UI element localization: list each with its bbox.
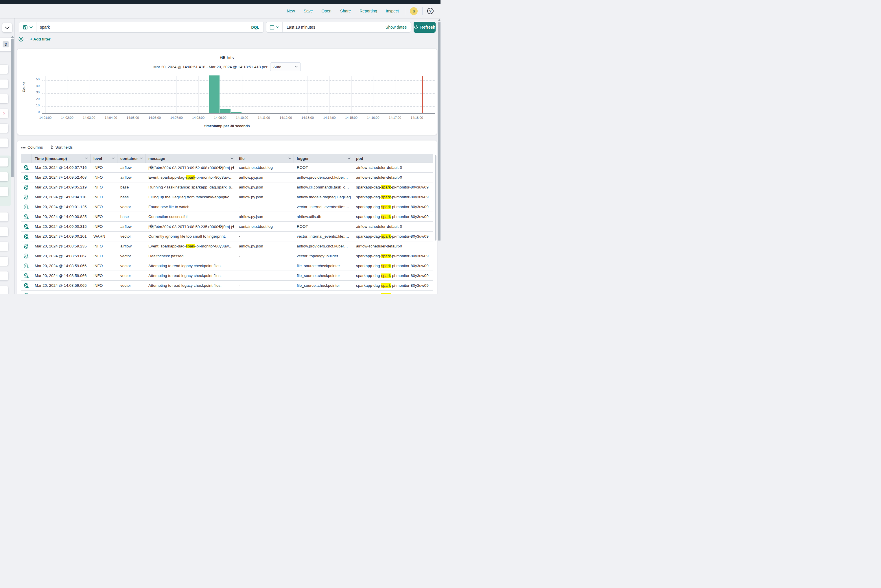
inspect-document-icon[interactable] bbox=[24, 204, 29, 210]
cell-level: WARN bbox=[90, 231, 117, 241]
column-header-label: message bbox=[148, 156, 165, 161]
cell-expand[interactable] bbox=[21, 182, 32, 192]
field-button[interactable] bbox=[0, 158, 8, 166]
cell-time: Mar 20, 2024 @ 14:09:52.408 bbox=[32, 172, 90, 182]
inspect-document-icon[interactable] bbox=[24, 283, 29, 288]
cell-level: INFO bbox=[90, 261, 117, 271]
histogram-bar[interactable] bbox=[209, 75, 219, 113]
chevron-down-icon[interactable] bbox=[112, 158, 115, 159]
cell-pod: sparkapp-dag-spark-pi-monitor-80y3uw09 bbox=[353, 281, 433, 290]
column-header-pod[interactable]: pod bbox=[353, 154, 433, 163]
cell-expand[interactable] bbox=[21, 222, 32, 231]
top-dark-bar bbox=[0, 0, 440, 4]
histogram-bar[interactable] bbox=[231, 112, 242, 113]
column-header-file[interactable]: file bbox=[236, 154, 294, 163]
cell-expand[interactable] bbox=[21, 202, 32, 212]
cell-expand[interactable] bbox=[21, 242, 32, 251]
field-button[interactable] bbox=[0, 242, 8, 251]
nav-item-share[interactable]: Share bbox=[340, 9, 351, 13]
cell-expand[interactable] bbox=[21, 212, 32, 222]
sidebar-scroll-up-arrow[interactable] bbox=[11, 36, 14, 38]
cell-pod: sparkapp-dag-spark-pi-monitor-80y3uw09 bbox=[353, 202, 433, 212]
cell-expand[interactable] bbox=[21, 163, 32, 172]
nav-item-open[interactable]: Open bbox=[322, 9, 331, 13]
query-language-button[interactable]: DQL bbox=[247, 22, 263, 32]
time-range-value[interactable]: Last 18 minutes bbox=[283, 25, 386, 30]
chevron-down-icon[interactable] bbox=[348, 158, 350, 159]
x-gridline bbox=[133, 76, 133, 113]
field-button[interactable] bbox=[0, 172, 8, 181]
cell-expand[interactable] bbox=[21, 271, 32, 280]
histogram-bar[interactable] bbox=[220, 109, 230, 113]
field-button[interactable] bbox=[0, 80, 8, 88]
inspect-document-icon[interactable] bbox=[24, 214, 29, 219]
nav-item-save[interactable]: Save bbox=[304, 9, 313, 13]
filter-icon[interactable] bbox=[18, 37, 23, 42]
sidebar-collapse-button[interactable] bbox=[2, 23, 12, 32]
column-header-time[interactable]: Time (timestamp) bbox=[32, 154, 90, 163]
close-icon[interactable]: ✕ bbox=[3, 111, 6, 116]
divider bbox=[422, 7, 422, 15]
page-scroll-up-arrow[interactable] bbox=[438, 19, 440, 21]
inspect-document-icon[interactable] bbox=[24, 254, 29, 259]
help-icon[interactable]: ? bbox=[427, 8, 433, 14]
inspect-document-icon[interactable] bbox=[24, 185, 29, 190]
nav-item-new[interactable]: New bbox=[287, 9, 295, 13]
field-button[interactable] bbox=[0, 286, 8, 294]
show-dates-button[interactable]: Show dates bbox=[386, 25, 411, 30]
column-header-message[interactable]: message bbox=[146, 154, 236, 163]
table-scrollbar[interactable] bbox=[435, 155, 436, 240]
inspect-document-icon[interactable] bbox=[24, 234, 29, 239]
cell-expand[interactable] bbox=[21, 261, 32, 271]
field-button[interactable] bbox=[0, 272, 8, 280]
columns-button[interactable]: Columns bbox=[21, 145, 43, 150]
field-button[interactable] bbox=[0, 227, 8, 236]
chevron-down-icon[interactable] bbox=[85, 158, 88, 159]
saved-query-menu[interactable] bbox=[19, 22, 36, 32]
sidebar-scrollbar[interactable] bbox=[11, 39, 14, 177]
avatar[interactable]: a bbox=[410, 7, 418, 15]
cell-expand[interactable] bbox=[21, 172, 32, 182]
cell-message: Event: sparkapp-dag-spark-pi-monitor-80y… bbox=[146, 172, 236, 182]
refresh-button[interactable]: Refresh bbox=[413, 22, 436, 33]
chevron-down-icon[interactable] bbox=[230, 158, 233, 159]
cell-logger: ROOT bbox=[294, 163, 353, 172]
inspect-document-icon[interactable] bbox=[24, 263, 29, 268]
chevron-down-icon[interactable] bbox=[289, 158, 291, 159]
cell-pod: sparkapp-dag-spark-pi-monitor-80y3uw09 bbox=[353, 212, 433, 222]
column-header-level[interactable]: level bbox=[90, 154, 117, 163]
field-button[interactable]: ✕ bbox=[0, 109, 8, 118]
inspect-document-icon[interactable] bbox=[24, 165, 29, 170]
inspect-document-icon[interactable] bbox=[24, 244, 29, 249]
cell-expand[interactable] bbox=[21, 231, 32, 241]
interval-select[interactable]: Auto bbox=[270, 63, 301, 71]
sort-fields-button[interactable]: Sort fields bbox=[50, 145, 72, 150]
add-filter-button[interactable]: + Add filter bbox=[30, 37, 50, 41]
column-header-container[interactable]: container bbox=[117, 154, 146, 163]
field-button[interactable] bbox=[0, 65, 8, 74]
field-button[interactable] bbox=[0, 213, 8, 222]
inspect-document-icon[interactable] bbox=[24, 175, 29, 180]
cell-expand[interactable] bbox=[21, 291, 32, 294]
nav-item-inspect[interactable]: Inspect bbox=[386, 9, 399, 13]
nav-item-reporting[interactable]: Reporting bbox=[359, 9, 377, 13]
cell-expand[interactable] bbox=[21, 192, 32, 202]
date-quick-select[interactable] bbox=[266, 22, 283, 32]
cell-expand[interactable] bbox=[21, 281, 32, 290]
query-input[interactable]: spark bbox=[36, 25, 247, 30]
inspect-document-icon[interactable] bbox=[24, 293, 29, 294]
field-button[interactable] bbox=[0, 187, 8, 196]
page-scrollbar[interactable] bbox=[438, 22, 440, 240]
field-button[interactable] bbox=[0, 257, 8, 266]
chevron-down-icon[interactable] bbox=[140, 158, 143, 159]
field-button[interactable] bbox=[0, 138, 8, 147]
cell-expand[interactable] bbox=[21, 251, 32, 261]
field-button[interactable] bbox=[0, 94, 8, 103]
field-button[interactable] bbox=[0, 124, 8, 133]
column-header-logger[interactable]: logger bbox=[294, 154, 353, 163]
histogram-plot[interactable]: 0102030405014:01:0014:02:0014:03:0014:04… bbox=[42, 76, 435, 114]
inspect-document-icon[interactable] bbox=[24, 195, 29, 200]
table-body: Mar 20, 2024 @ 14:09:57.716INFOairflow[�… bbox=[21, 163, 433, 294]
inspect-document-icon[interactable] bbox=[24, 224, 29, 229]
inspect-document-icon[interactable] bbox=[24, 273, 29, 278]
